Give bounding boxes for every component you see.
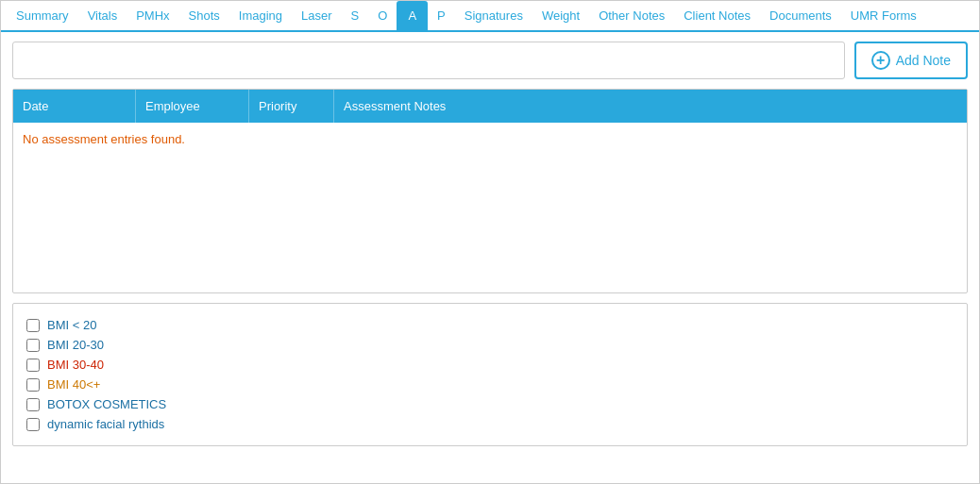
tab-signatures[interactable]: Signatures (455, 1, 532, 30)
checkbox-botox-cosmetics[interactable] (26, 398, 40, 411)
tab-shots[interactable]: Shots (179, 1, 229, 30)
tab-weight[interactable]: Weight (532, 1, 589, 30)
tab-documents[interactable]: Documents (760, 1, 841, 30)
main-container: SummaryVitalsPMHxShotsImagingLaserSOAPSi… (0, 0, 980, 484)
tab-umr-forms[interactable]: UMR Forms (841, 1, 926, 30)
tab-client-notes[interactable]: Client Notes (674, 1, 760, 30)
tab-s[interactable]: S (342, 1, 369, 30)
assessment-table: Date Employee Priority Assessment Notes … (12, 89, 968, 293)
label-bmi-lt20[interactable]: BMI < 20 (47, 318, 96, 332)
checkbox-bmi-lt20[interactable] (26, 319, 40, 332)
search-input[interactable] (12, 42, 845, 79)
checklist-panel: BMI < 20BMI 20-30BMI 30-40BMI 40<+BOTOX … (12, 303, 968, 446)
col-employee: Employee (136, 90, 249, 123)
col-date: Date (13, 90, 136, 123)
checklist-item-bmi-40-plus: BMI 40<+ (26, 375, 954, 394)
empty-message: No assessment entries found. (23, 132, 957, 146)
tab-bar: SummaryVitalsPMHxShotsImagingLaserSOAPSi… (1, 1, 979, 32)
label-botox-cosmetics[interactable]: BOTOX COSMETICS (47, 397, 166, 411)
tab-a[interactable]: A (397, 1, 428, 30)
checkbox-dynamic-facial[interactable] (26, 418, 40, 431)
checklist-item-bmi-30-40: BMI 30-40 (26, 355, 954, 375)
plus-icon: + (871, 51, 890, 70)
tab-pmhx[interactable]: PMHx (127, 1, 178, 30)
checkbox-bmi-20-30[interactable] (26, 339, 40, 352)
tab-summary[interactable]: Summary (7, 1, 78, 30)
checklist-item-dynamic-facial: dynamic facial rythids (26, 414, 954, 434)
label-bmi-20-30[interactable]: BMI 20-30 (47, 338, 104, 352)
col-priority: Priority (249, 90, 334, 123)
table-body: No assessment entries found. (13, 123, 967, 292)
tab-p[interactable]: P (428, 1, 455, 30)
checkbox-bmi-40-plus[interactable] (26, 378, 40, 392)
checklist-item-botox-cosmetics: BOTOX COSMETICS (26, 394, 954, 414)
tab-other-notes[interactable]: Other Notes (589, 1, 674, 30)
label-bmi-30-40[interactable]: BMI 30-40 (47, 358, 104, 372)
col-assessment-notes: Assessment Notes (334, 90, 967, 123)
table-header: Date Employee Priority Assessment Notes (13, 90, 967, 123)
checklist-item-bmi-lt20: BMI < 20 (26, 315, 954, 335)
search-row: + Add Note (12, 42, 968, 79)
add-note-button[interactable]: + Add Note (854, 42, 968, 79)
checklist-item-bmi-20-30: BMI 20-30 (26, 335, 954, 355)
content-area: + Add Note Date Employee Priority Assess… (1, 32, 979, 459)
label-bmi-40-plus[interactable]: BMI 40<+ (47, 377, 100, 392)
add-note-label: Add Note (896, 53, 951, 68)
tab-laser[interactable]: Laser (292, 1, 342, 30)
label-dynamic-facial[interactable]: dynamic facial rythids (47, 417, 164, 431)
tab-imaging[interactable]: Imaging (229, 1, 292, 30)
tab-vitals[interactable]: Vitals (78, 1, 127, 30)
tab-o[interactable]: O (368, 1, 397, 30)
checkbox-bmi-30-40[interactable] (26, 359, 40, 372)
